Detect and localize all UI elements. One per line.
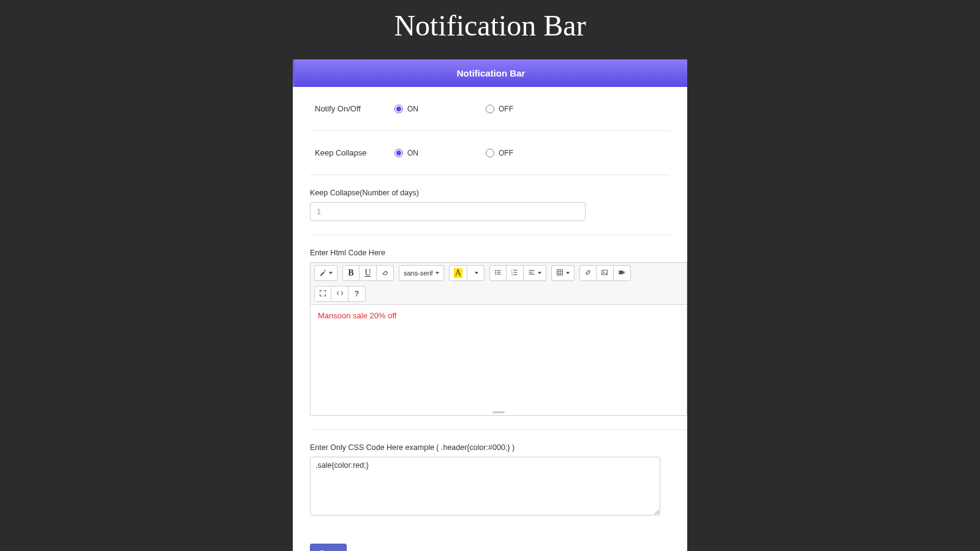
font-family-group: sans-serif (399, 265, 444, 281)
notify-on-radio[interactable] (394, 105, 403, 113)
collapse-days-input[interactable] (310, 202, 586, 221)
page-title: Notification Bar (0, 0, 980, 42)
video-button[interactable] (614, 265, 631, 281)
panel-header: Notification Bar (293, 59, 687, 87)
svg-rect-9 (514, 272, 518, 272)
html-code-label: Enter Html Code Here (310, 249, 687, 257)
insert-group (579, 265, 631, 281)
help-icon: ? (355, 290, 359, 298)
caret-icon (435, 272, 439, 274)
font-family-dropdown[interactable]: sans-serif (399, 265, 444, 281)
align-icon (528, 269, 535, 278)
paragraph-dropdown[interactable] (524, 265, 546, 281)
html-editor-section: Enter Html Code Here B U (310, 235, 687, 430)
code-icon (336, 290, 344, 299)
magic-icon (319, 269, 326, 278)
font-color-more-button[interactable] (467, 265, 484, 281)
table-dropdown[interactable] (551, 265, 575, 281)
save-button[interactable]: Save (310, 544, 347, 551)
editor-toolbar: B U sans-serif (311, 263, 687, 305)
editor-resize-handle[interactable] (311, 409, 687, 415)
rich-text-editor: B U sans-serif (310, 262, 687, 416)
svg-text:3: 3 (511, 274, 513, 276)
caret-icon (538, 272, 541, 274)
svg-rect-22 (619, 271, 624, 274)
bold-button[interactable]: B (342, 265, 360, 281)
bold-icon: B (348, 268, 353, 278)
notify-on-option[interactable]: ON (394, 105, 418, 113)
svg-point-4 (495, 274, 496, 275)
bullet-list-button[interactable] (489, 265, 507, 281)
number-list-icon: 123 (511, 269, 518, 278)
format-group: B U (342, 265, 394, 281)
svg-rect-13 (529, 272, 532, 272)
svg-point-0 (495, 270, 496, 271)
svg-rect-1 (497, 270, 500, 271)
svg-rect-5 (497, 274, 500, 274)
svg-point-2 (495, 272, 496, 273)
font-family-value: sans-serif (404, 269, 433, 277)
table-icon (556, 269, 564, 278)
code-view-button[interactable] (331, 286, 349, 302)
image-button[interactable] (597, 265, 614, 281)
view-group: ? (314, 286, 366, 302)
svg-rect-14 (529, 274, 534, 274)
image-icon (601, 269, 608, 278)
collapse-days-section: Keep Collapse(Number of days) (310, 175, 670, 235)
underline-button[interactable]: U (360, 265, 377, 281)
collapse-on-radio[interactable] (394, 149, 403, 157)
notify-on-label: ON (407, 105, 418, 113)
help-button[interactable]: ? (349, 286, 366, 302)
css-code-label: Enter Only CSS Code Here example ( .head… (310, 443, 670, 452)
editor-text: Mansoon sale 20% off (318, 311, 396, 320)
collapse-on-label: ON (407, 149, 418, 157)
font-color-icon: A (454, 268, 462, 278)
fullscreen-icon (319, 290, 326, 299)
css-code-section: Enter Only CSS Code Here example ( .head… (310, 430, 670, 531)
collapse-label: Keep Collapse (315, 148, 394, 157)
bullet-list-icon (494, 269, 502, 278)
link-button[interactable] (579, 265, 597, 281)
link-icon (584, 269, 592, 278)
svg-rect-15 (557, 269, 562, 275)
notify-off-option[interactable]: OFF (486, 105, 513, 113)
notify-row: Notify On/Off ON OFF (310, 87, 670, 131)
magic-style-button[interactable] (314, 265, 337, 281)
collapse-days-label: Keep Collapse(Number of days) (310, 189, 670, 197)
collapse-off-option[interactable]: OFF (486, 149, 513, 157)
list-group: 123 (489, 265, 546, 281)
number-list-button[interactable]: 123 (507, 265, 524, 281)
table-group (551, 265, 575, 281)
collapse-off-label: OFF (499, 149, 513, 157)
notify-radio-group: ON OFF (394, 105, 513, 113)
resize-handle-icon (492, 411, 505, 413)
caret-icon (566, 272, 570, 274)
css-code-textarea[interactable] (310, 457, 660, 515)
panel-body: Notify On/Off ON OFF Keep Collapse ON (293, 87, 687, 551)
font-color-group: A (449, 265, 484, 281)
notify-label: Notify On/Off (315, 104, 394, 113)
collapse-off-radio[interactable] (486, 149, 494, 157)
collapse-row: Keep Collapse ON OFF (310, 131, 670, 175)
svg-rect-12 (529, 270, 534, 271)
svg-rect-3 (497, 272, 500, 272)
underline-icon: U (364, 268, 371, 278)
svg-rect-7 (514, 269, 518, 270)
clear-format-button[interactable] (377, 265, 394, 281)
collapse-on-option[interactable]: ON (394, 149, 418, 157)
caret-icon (475, 272, 478, 274)
svg-rect-11 (514, 274, 518, 275)
notify-off-label: OFF (499, 105, 513, 113)
fullscreen-button[interactable] (314, 286, 331, 302)
video-icon (618, 269, 625, 278)
caret-icon (329, 272, 333, 274)
collapse-radio-group: ON OFF (394, 149, 513, 157)
style-group (314, 265, 337, 281)
eraser-icon (382, 269, 389, 278)
notify-off-radio[interactable] (486, 105, 494, 113)
editor-content-area[interactable]: Mansoon sale 20% off (311, 305, 687, 409)
settings-panel: Notification Bar Notify On/Off ON OFF Ke… (293, 59, 687, 551)
font-color-button[interactable]: A (449, 265, 467, 281)
